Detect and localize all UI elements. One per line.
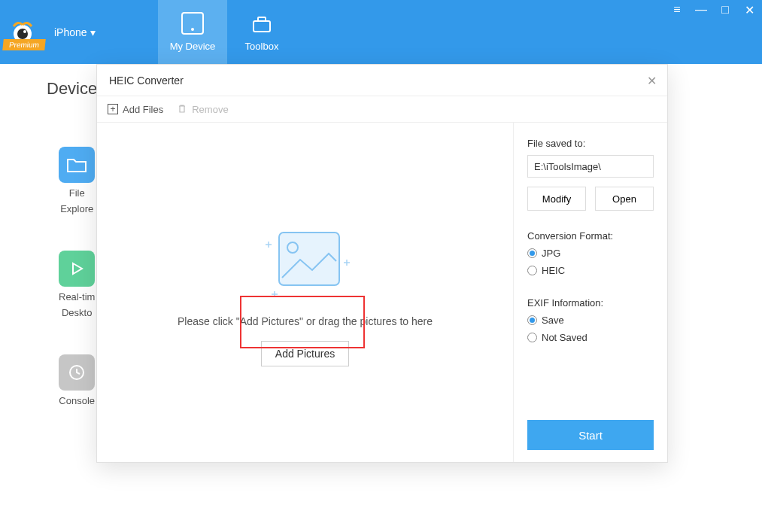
close-window-button[interactable]: ✕ [742, 3, 756, 17]
radio-exif-notsaved-label: Not Saved [542, 332, 587, 343]
radio-exif-save[interactable]: Save [527, 315, 654, 326]
trash-icon [177, 103, 187, 116]
radio-heic-label: HEIC [542, 265, 565, 276]
dialog-toolbar: + Add Files Remove [97, 96, 667, 122]
radio-exif-notsaved[interactable]: Not Saved [527, 332, 654, 343]
modify-button[interactable]: Modify [527, 187, 586, 211]
radio-jpg-label: JPG [542, 248, 560, 259]
side-panel: File saved to: Modify Open Conversion Fo… [513, 123, 667, 462]
tab-toolbox-label: Toolbox [245, 41, 279, 52]
radio-icon [527, 266, 537, 275]
tool-console[interactable]: Console [59, 354, 95, 406]
remove-button: Remove [177, 103, 228, 116]
premium-badge: Premium [2, 39, 46, 50]
add-files-button[interactable]: + Add Files [108, 104, 163, 115]
open-button[interactable]: Open [595, 187, 654, 211]
tab-my-device-label: My Device [170, 41, 216, 52]
tool-label: Real-tim [59, 291, 95, 302]
menu-icon[interactable]: ≡ [670, 3, 684, 17]
svg-rect-3 [253, 21, 270, 32]
tool-label: Explore [60, 203, 93, 214]
start-button[interactable]: Start [527, 420, 654, 450]
tool-label: File [69, 187, 85, 199]
radio-exif-save-label: Save [542, 315, 564, 326]
sidebar-tools: File Explore Real-tim Deskto Console [59, 147, 95, 406]
svg-point-2 [23, 30, 26, 33]
tool-label: Console [59, 395, 95, 406]
tab-toolbox[interactable]: Toolbox [227, 0, 296, 64]
svg-point-1 [17, 29, 28, 39]
drop-area[interactable]: Please click "Add Pictures" or drag the … [97, 123, 513, 462]
svg-rect-4 [258, 17, 266, 21]
dialog-body: Please click "Add Pictures" or drag the … [97, 122, 667, 462]
radio-icon [527, 315, 537, 325]
radio-jpg[interactable]: JPG [527, 248, 654, 259]
logo-area: Premium iPhone ▾ [0, 0, 158, 64]
clock-icon [59, 354, 95, 391]
tool-label: Deskto [62, 307, 92, 318]
radio-icon [527, 333, 537, 342]
tablet-icon [181, 12, 204, 35]
saved-to-label: File saved to: [527, 138, 654, 149]
device-dropdown[interactable]: iPhone ▾ [54, 26, 96, 38]
tab-my-device[interactable]: My Device [158, 0, 227, 64]
radio-icon [527, 248, 537, 258]
svg-marker-5 [73, 263, 82, 274]
drop-hint-text: Please click "Add Pictures" or drag the … [178, 315, 433, 327]
image-placeholder-icon [257, 219, 354, 302]
play-icon [59, 251, 95, 287]
tool-file-explorer[interactable]: File Explore [59, 147, 95, 214]
radio-heic[interactable]: HEIC [527, 265, 654, 276]
dialog-titlebar: HEIC Converter ✕ [97, 65, 667, 96]
device-dropdown-label: iPhone [54, 26, 87, 38]
tool-realtime-desktop[interactable]: Real-tim Deskto [59, 251, 95, 318]
add-files-label: Add Files [123, 104, 163, 115]
exif-label: EXIF Information: [527, 297, 654, 309]
saved-to-input[interactable] [527, 155, 654, 178]
toolbox-icon [250, 12, 273, 35]
add-pictures-button[interactable]: Add Pictures [261, 341, 349, 366]
svg-rect-7 [279, 233, 339, 285]
format-label: Conversion Format: [527, 230, 654, 242]
window-controls: ≡ ― □ ✕ [670, 3, 756, 17]
header-tabs: My Device Toolbox [158, 0, 296, 64]
dialog-title: HEIC Converter [109, 74, 184, 87]
folder-icon [59, 147, 95, 183]
chevron-down-icon: ▾ [90, 26, 96, 38]
maximize-button[interactable]: □ [718, 3, 732, 17]
remove-label: Remove [192, 104, 228, 115]
dialog-close-button[interactable]: ✕ [647, 74, 657, 88]
minimize-button[interactable]: ― [694, 3, 708, 17]
page-section-title: Device [47, 79, 97, 99]
heic-converter-dialog: HEIC Converter ✕ + Add Files Remove [96, 64, 668, 463]
app-header: Premium iPhone ▾ My Device Toolbox ≡ ― □… [0, 0, 762, 64]
plus-icon: + [108, 104, 118, 114]
